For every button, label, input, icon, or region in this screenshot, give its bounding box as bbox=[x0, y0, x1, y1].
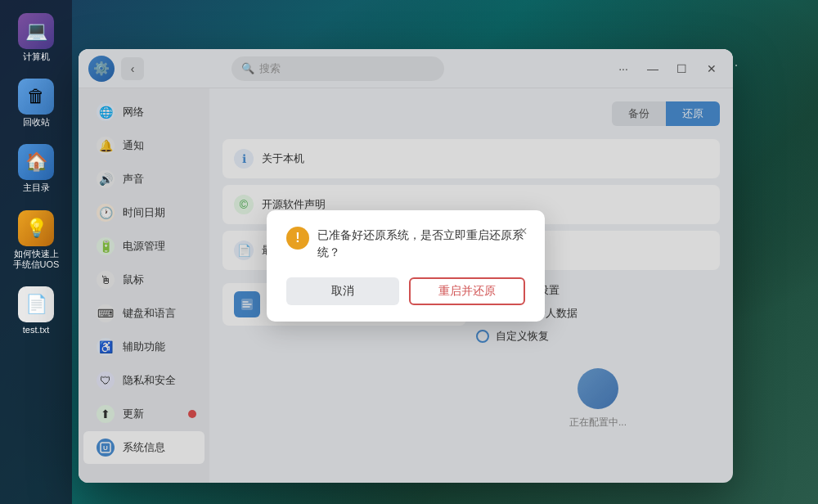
dialog-message: 已准备好还原系统，是否立即重启还原系统？ bbox=[317, 227, 525, 261]
warning-icon: ! bbox=[286, 227, 309, 250]
taskbar: 💻 计算机 🗑 回收站 🏠 主目录 💡 如何快速上 手统信UOS 📄 test.… bbox=[0, 0, 72, 504]
home-icon: 🏠 bbox=[18, 144, 54, 180]
confirm-restart-button[interactable]: 重启并还原 bbox=[409, 277, 525, 305]
dialog-overlay: ! 已准备好还原系统，是否立即重启还原系统？ × 取消 重启并还原 bbox=[79, 49, 733, 483]
taskbar-item-uos[interactable]: 💡 如何快速上 手统信UOS bbox=[5, 205, 67, 275]
cancel-button[interactable]: 取消 bbox=[286, 277, 399, 305]
desktop: 💻 计算机 🗑 回收站 🏠 主目录 💡 如何快速上 手统信UOS 📄 test.… bbox=[0, 0, 818, 504]
main-window: ⚙️ ‹ 🔍 搜索 ··· — ☐ ✕ 🌐 网络 🔔 bbox=[79, 49, 733, 483]
trash-icon: 🗑 bbox=[18, 79, 54, 115]
file-icon: 📄 bbox=[18, 286, 54, 322]
uos-icon: 💡 bbox=[18, 210, 54, 246]
dialog-buttons: 取消 重启并还原 bbox=[286, 277, 525, 305]
taskbar-label-uos: 如何快速上 手统信UOS bbox=[13, 249, 60, 270]
svg-point-4 bbox=[735, 65, 737, 66]
dialog-close-button[interactable]: × bbox=[514, 222, 533, 241]
dialog-box: ! 已准备好还原系统，是否立即重启还原系统？ × 取消 重启并还原 bbox=[267, 210, 545, 322]
taskbar-label-computer: 计算机 bbox=[23, 52, 50, 62]
computer-icon: 💻 bbox=[18, 13, 54, 49]
taskbar-item-file[interactable]: 📄 test.txt bbox=[5, 281, 67, 340]
taskbar-label-trash: 回收站 bbox=[23, 117, 50, 128]
taskbar-label-home: 主目录 bbox=[23, 182, 50, 193]
taskbar-label-file: test.txt bbox=[23, 325, 49, 335]
taskbar-item-computer[interactable]: 💻 计算机 bbox=[5, 8, 67, 67]
dialog-header: ! 已准备好还原系统，是否立即重启还原系统？ bbox=[286, 227, 525, 261]
taskbar-item-trash[interactable]: 🗑 回收站 bbox=[5, 74, 67, 133]
taskbar-item-home[interactable]: 🏠 主目录 bbox=[5, 139, 67, 198]
